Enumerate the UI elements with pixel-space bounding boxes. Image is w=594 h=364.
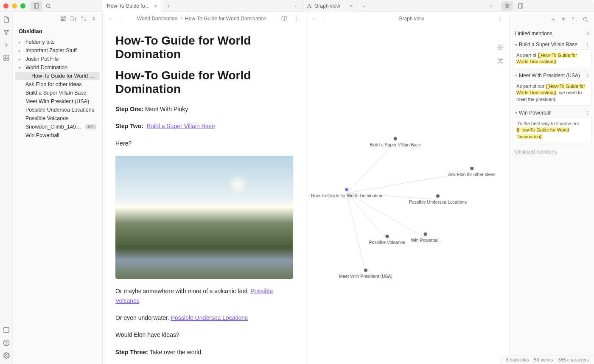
embedded-image[interactable] [115, 156, 293, 279]
tab-dropdown-icon[interactable] [289, 0, 302, 12]
statusbar: 3 backlinks 56 words 385 characters [500, 355, 594, 364]
status-backlinks[interactable]: 3 backlinks [506, 357, 529, 362]
file-item[interactable]: Ask Elon for other ideas [15, 80, 100, 89]
graph-node[interactable]: Win Powerball [411, 232, 439, 243]
node-label: Win Powerball [411, 238, 439, 243]
graph-node[interactable]: Meet With President (USA) [339, 269, 392, 279]
graph-node[interactable]: Ask Elon for other ideas [448, 167, 495, 177]
new-tab-button[interactable]: + [162, 0, 175, 12]
reading-view-icon[interactable] [280, 16, 289, 22]
new-note-icon[interactable] [59, 14, 67, 23]
graph-node[interactable]: Possible Volcanos [369, 235, 405, 245]
chevron-icon[interactable]: ▸ [19, 40, 24, 45]
editor-body[interactable]: How-To Guide for World Domination How-To… [103, 25, 306, 364]
tab-close-icon[interactable]: × [350, 3, 353, 9]
tree-label: Justin Pot File [25, 56, 96, 62]
chevron-icon[interactable]: ▸ [19, 57, 24, 62]
minimize-window[interactable] [12, 3, 17, 8]
maximize-window[interactable] [20, 3, 25, 8]
inline-title[interactable]: How-To Guide for World Domination [115, 34, 293, 61]
tab-editor[interactable]: How-To Guide for World ... × [103, 0, 162, 12]
search-icon[interactable] [581, 15, 590, 24]
new-folder-icon[interactable] [69, 14, 78, 23]
folder-item[interactable]: ▸Folder-y bits [15, 38, 100, 46]
node-dot [436, 194, 440, 198]
mention-header[interactable]: ▾Meet With President (USA)1 [513, 71, 591, 80]
right-panel-toggle-icon[interactable] [515, 1, 527, 11]
nav-forward-icon[interactable]: → [321, 16, 328, 22]
tab-close-icon[interactable]: × [154, 3, 157, 9]
mention-snippet[interactable]: As part of our [[How-To Guide for World … [513, 80, 591, 106]
help-icon[interactable] [2, 339, 11, 347]
expand-icon[interactable] [559, 15, 568, 24]
chevron-icon[interactable]: ▸ [19, 48, 24, 53]
graph-node[interactable]: How-To Guide for World Domination [311, 188, 382, 198]
mention-snippet[interactable]: As part of [[How-To Guide for World Domi… [513, 49, 591, 68]
folder-item[interactable]: ▸Justin Pot File [15, 55, 100, 63]
more-options-icon[interactable] [495, 16, 504, 22]
editor-pane: ← → World Domination / How-To Guide for … [103, 12, 306, 364]
graph-canvas[interactable]: Build a Super Villain BaseAsk Elon for o… [306, 25, 510, 364]
graph-pane: ← → Graph view Build a Super Villain Bas… [306, 12, 510, 364]
mention-header[interactable]: ▾Build a Super Villain Base1 [513, 40, 591, 49]
folder-item[interactable]: ▾World Domination [15, 63, 100, 72]
sort-icon[interactable] [79, 14, 88, 23]
graph-filter-icon[interactable] [495, 56, 505, 66]
svg-point-30 [296, 18, 297, 19]
search-icon[interactable] [42, 1, 54, 11]
mention-snippet[interactable]: It's the best way to finance our [[How-T… [513, 118, 591, 143]
graph-settings-icon[interactable] [495, 42, 505, 53]
folder-item[interactable]: ▸Important Zapier Stuff [15, 46, 100, 55]
tree-label: Meet With President (USA) [25, 98, 96, 104]
close-window[interactable] [3, 3, 8, 8]
nav-back-icon[interactable]: ← [108, 16, 115, 22]
tab-graph[interactable]: Graph view × [303, 0, 358, 12]
linked-mentions-header[interactable]: Linked mentions 3 [510, 27, 594, 40]
link-undersea[interactable]: Possible Undersea Locations [171, 314, 248, 321]
nav-back-icon[interactable]: ← [311, 16, 318, 22]
svg-line-35 [347, 142, 395, 193]
mention-header[interactable]: ▾Win Powerball1 [513, 108, 591, 118]
chevron-icon[interactable]: ▾ [19, 65, 24, 70]
svg-rect-18 [7, 55, 9, 57]
tabbar: How-To Guide for World ... × + Graph vie… [103, 0, 594, 12]
svg-line-3 [50, 7, 51, 8]
settings-icon[interactable] [2, 351, 11, 360]
node-label: Meet With President (USA) [339, 274, 392, 279]
file-item[interactable]: Snowdon_Climb_149_5D3_2700JPG [15, 123, 100, 131]
tab-title: Graph view [314, 3, 347, 9]
unlinked-mentions-header[interactable]: Unlinked mentions [510, 146, 594, 158]
node-label: Possible Undersea Locations [409, 199, 467, 204]
file-item[interactable]: Build a Super Villain Base [15, 89, 100, 97]
svg-point-6 [311, 7, 311, 8]
command-palette-icon[interactable] [2, 41, 11, 49]
list-icon[interactable] [548, 15, 557, 24]
file-item[interactable]: Possible Undersea Locations [15, 106, 100, 114]
file-item[interactable]: How-To Guide for World Domination [15, 72, 100, 80]
more-options-icon[interactable] [291, 16, 301, 22]
quick-switcher-icon[interactable] [2, 15, 11, 24]
link-villain-base[interactable]: Build a Super Villain Base [147, 123, 215, 129]
templates-icon[interactable] [2, 53, 11, 62]
tab-dropdown-icon[interactable] [485, 0, 498, 12]
node-dot [364, 269, 367, 272]
graph-icon [307, 3, 312, 8]
node-dot [394, 137, 397, 140]
sort-icon[interactable] [570, 15, 579, 24]
svg-point-23 [6, 344, 6, 344]
file-item[interactable]: Meet With President (USA) [15, 97, 100, 106]
graph-title: Graph view [330, 16, 493, 22]
graph-view-icon[interactable] [2, 28, 11, 36]
collapse-icon[interactable] [90, 14, 98, 23]
new-tab-button[interactable]: + [358, 0, 370, 12]
nav-forward-icon[interactable]: → [117, 16, 124, 22]
graph-node[interactable]: Possible Undersea Locations [409, 194, 467, 204]
file-item[interactable]: Win Powerball [15, 131, 100, 140]
vault-icon[interactable] [2, 326, 11, 334]
svg-line-52 [587, 21, 588, 22]
graph-node[interactable]: Build a Super Villain Base [370, 137, 421, 147]
right-sidebar-toggle-icon[interactable] [501, 1, 513, 11]
sidebar-toggle-icon[interactable] [31, 1, 42, 11]
breadcrumb[interactable]: World Domination / How-To Guide for Worl… [126, 16, 277, 22]
file-item[interactable]: Possible Volcanos [15, 114, 100, 123]
